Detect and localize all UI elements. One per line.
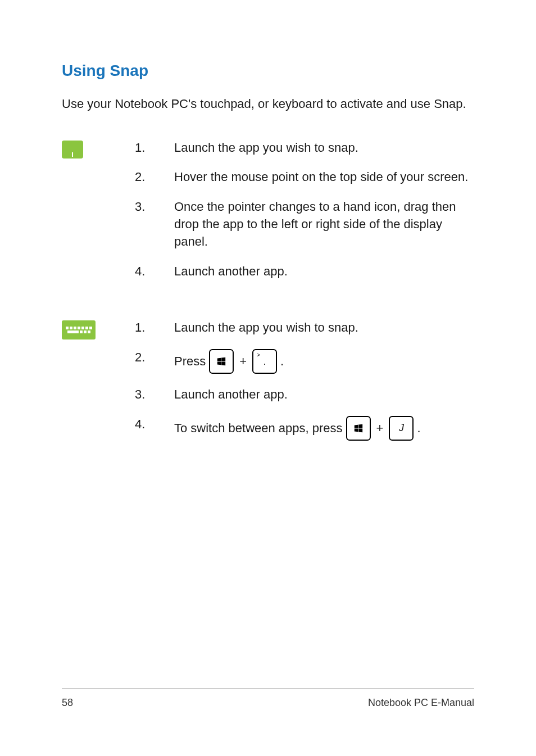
sentence-period: . — [417, 420, 420, 437]
switch-prefix: To switch between apps, press — [174, 420, 343, 437]
step-text: Launch another app. — [174, 386, 474, 404]
period-key-glyph: . — [264, 356, 266, 366]
press-prefix: Press — [174, 353, 206, 370]
touchpad-icon — [62, 141, 83, 159]
step-number: 2. — [135, 169, 174, 186]
step-text: Press + > . . — [174, 349, 474, 374]
j-key-icon: J — [389, 416, 414, 441]
page-footer: 58 Notebook PC E-Manual — [62, 689, 474, 709]
step-number: 3. — [135, 198, 174, 250]
step-number: 3. — [135, 386, 174, 404]
page-number: 58 — [62, 697, 73, 709]
step-text: Launch the app you wish to snap. — [174, 319, 474, 337]
keyboard-instructions: 1. Launch the app you wish to snap. 2. P… — [62, 319, 474, 453]
step-number: 2. — [135, 349, 174, 374]
keyboard-step: 3. Launch another app. — [135, 386, 474, 404]
period-key-icon: > . — [252, 349, 277, 374]
windows-key-icon — [209, 349, 234, 374]
step-text: Hover the mouse point on the top side of… — [174, 169, 474, 186]
touchpad-instructions: 1. Launch the app you wish to snap. 2. H… — [62, 139, 474, 293]
step-text: Launch the app you wish to snap. — [174, 139, 474, 157]
windows-key-icon — [346, 416, 371, 441]
keyboard-icon — [62, 320, 96, 339]
j-key-glyph: J — [399, 421, 404, 435]
footer-title: Notebook PC E-Manual — [368, 697, 474, 709]
plus-sign: + — [239, 353, 247, 370]
step-number: 1. — [135, 319, 174, 337]
section-title: Using Snap — [62, 62, 474, 80]
step-number: 4. — [135, 263, 174, 280]
keyboard-step: 2. Press + > . . — [135, 349, 474, 374]
keyboard-step: 1. Launch the app you wish to snap. — [135, 319, 474, 337]
touchpad-step: 3. Once the pointer changes to a hand ic… — [135, 198, 474, 250]
step-number: 4. — [135, 416, 174, 441]
step-text: To switch between apps, press + J . — [174, 416, 474, 441]
plus-sign: + — [376, 420, 384, 437]
touchpad-step: 4. Launch another app. — [135, 263, 474, 280]
step-text: Once the pointer changes to a hand icon,… — [174, 198, 474, 250]
touchpad-step: 1. Launch the app you wish to snap. — [135, 139, 474, 157]
step-number: 1. — [135, 139, 174, 157]
step-text: Launch another app. — [174, 263, 474, 280]
keyboard-step: 4. To switch between apps, press + J . — [135, 416, 474, 441]
touchpad-step: 2. Hover the mouse point on the top side… — [135, 169, 474, 186]
sentence-period: . — [280, 353, 284, 370]
period-key-superscript: > — [257, 351, 260, 359]
intro-text: Use your Notebook PC's touchpad, or keyb… — [62, 96, 474, 112]
